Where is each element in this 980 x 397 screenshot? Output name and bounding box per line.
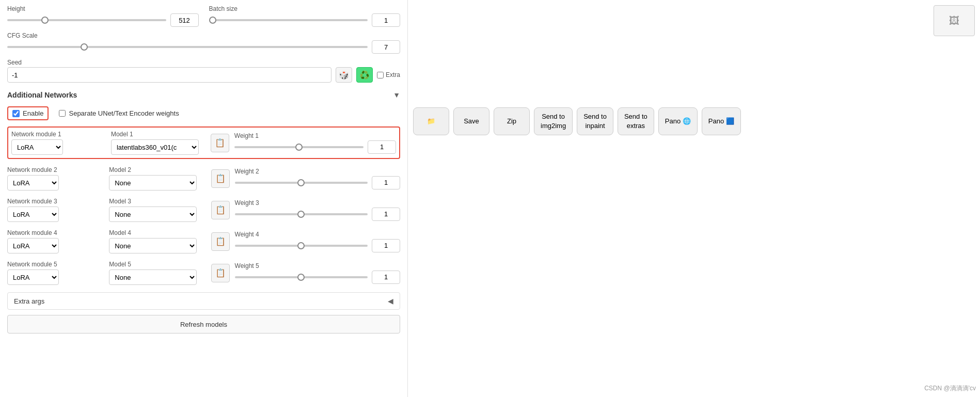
model-5-select[interactable]: None [109, 269, 197, 285]
height-input[interactable] [170, 13, 199, 27]
additional-networks-header: Additional Networks ▼ [7, 89, 400, 101]
action-buttons-row: 📁 Save Zip Send to img2img Send to inpai… [413, 107, 741, 135]
cfg-scale-slider[interactable] [7, 46, 368, 48]
module-3-label: Network module 3 [7, 198, 104, 205]
pano-globe-button[interactable]: Pano 🌐 [658, 107, 698, 135]
weight-2-input[interactable] [372, 176, 400, 189]
weight-4-label: Weight 4 [235, 231, 400, 238]
seed-dice-button[interactable]: 🎲 [336, 67, 352, 83]
module-2-group: Network module 2 LoRA [7, 166, 104, 190]
weight-3-slider[interactable] [235, 213, 368, 215]
network-module-5: Network module 5 LoRA Model 5 None 📋 Wei… [7, 261, 400, 285]
model-1-label: Model 1 [111, 131, 206, 138]
weight-5-label: Weight 5 [235, 262, 400, 269]
extra-args-arrow[interactable]: ◀ [388, 297, 393, 305]
module-5-select[interactable]: LoRA [7, 269, 59, 285]
network-module-2-selects: Network module 2 LoRA Model 2 None [7, 166, 206, 190]
height-slider-group: Height [7, 5, 199, 27]
cfg-scale-input[interactable] [372, 40, 400, 54]
module-5-info-button[interactable]: 📋 [211, 264, 230, 282]
weight-1-label: Weight 1 [234, 132, 396, 139]
separate-checkbox[interactable] [59, 110, 66, 117]
weight-4-slider[interactable] [235, 245, 368, 247]
weight-1-slider[interactable] [234, 146, 363, 148]
seed-recycle-button[interactable]: ♻️ [356, 67, 373, 83]
model-2-group: Model 2 None [109, 166, 206, 190]
pano-square-button[interactable]: Pano 🟦 [702, 107, 741, 135]
zip-button[interactable]: Zip [494, 107, 530, 135]
weight-2-row [235, 176, 400, 189]
network-module-3-row: Network module 3 LoRA Model 3 None 📋 Wei… [7, 198, 400, 222]
module-4-select[interactable]: LoRA [7, 238, 59, 253]
network-module-1-selects: Network module 1 LoRA Model 1 latentlabs… [11, 131, 206, 155]
height-slider-container [7, 13, 199, 27]
weight-1-input[interactable] [368, 140, 396, 154]
weight-5-input[interactable] [372, 271, 400, 284]
height-slider[interactable] [7, 19, 166, 21]
batch-size-input[interactable] [372, 13, 400, 27]
module-4-info-button[interactable]: 📋 [211, 232, 230, 251]
model-5-label: Model 5 [109, 261, 206, 268]
network-module-1-row: Network module 1 LoRA Model 1 latentlabs… [11, 131, 396, 155]
model-4-select[interactable]: None [109, 238, 197, 253]
extra-checkbox-label: Extra [377, 71, 400, 78]
extra-checkbox[interactable] [377, 72, 384, 78]
network-module-2: Network module 2 LoRA Model 2 None 📋 Wei… [7, 166, 400, 190]
save-button[interactable]: Save [453, 107, 489, 135]
left-panel: Height Batch size CFG Scale [0, 0, 408, 397]
cfg-scale-label: CFG Scale [7, 32, 400, 39]
network-module-4-row: Network module 4 LoRA Model 4 None 📋 Wei… [7, 229, 400, 253]
module-1-info-button[interactable]: 📋 [211, 134, 229, 152]
enable-checkbox[interactable] [12, 110, 20, 117]
network-module-2-row: Network module 2 LoRA Model 2 None 📋 Wei… [7, 166, 400, 190]
right-panel: 🖼 📁 Save Zip Send to img2img Send to inp… [408, 0, 980, 397]
batch-size-slider-container [209, 13, 401, 27]
additional-networks-arrow[interactable]: ▼ [393, 91, 400, 99]
module-3-select[interactable]: LoRA [7, 207, 59, 222]
module-4-group: Network module 4 LoRA [7, 229, 104, 253]
weight-1-row [234, 140, 396, 154]
dual-slider-height-batch: Height Batch size [7, 5, 400, 27]
cfg-scale-group: CFG Scale [7, 32, 400, 54]
weight-3-label: Weight 3 [235, 199, 400, 207]
seed-input[interactable] [7, 67, 331, 83]
module-2-select[interactable]: LoRA [7, 175, 59, 190]
model-1-select[interactable]: latentlabs360_v01(c [111, 139, 199, 155]
weight-1-section: Weight 1 [234, 132, 396, 154]
weight-2-slider[interactable] [235, 182, 368, 184]
weight-3-input[interactable] [372, 208, 400, 221]
batch-size-slider[interactable] [209, 19, 368, 21]
weight-3-row [235, 208, 400, 221]
batch-size-group: Batch size [209, 5, 401, 27]
network-module-3-selects: Network module 3 LoRA Model 3 None [7, 198, 206, 222]
module-3-info-button[interactable]: 📋 [211, 201, 230, 219]
refresh-models-button[interactable]: Refresh models [7, 315, 400, 334]
send-extras-button[interactable]: Send to extras [618, 107, 654, 135]
weight-4-input[interactable] [372, 239, 400, 252]
send-inpaint-button[interactable]: Send to inpaint [577, 107, 613, 135]
model-2-select[interactable]: None [109, 175, 197, 190]
model-1-group: Model 1 latentlabs360_v01(c [111, 131, 206, 155]
module-2-info-button[interactable]: 📋 [211, 169, 230, 188]
module-1-select[interactable]: LoRA [11, 139, 63, 155]
image-placeholder: 🖼 [934, 5, 975, 36]
weight-2-section: Weight 2 [235, 168, 400, 189]
weight-4-row [235, 239, 400, 252]
enable-text: Enable [23, 109, 43, 117]
weight-3-section: Weight 3 [235, 199, 400, 221]
image-icon-area: 🖼 [934, 5, 975, 41]
model-3-select[interactable]: None [109, 207, 197, 222]
folder-button[interactable]: 📁 [413, 107, 449, 135]
model-5-group: Model 5 None [109, 261, 206, 285]
send-img2img-button[interactable]: Send to img2img [534, 107, 573, 135]
weight-5-section: Weight 5 [235, 262, 400, 284]
model-2-label: Model 2 [109, 166, 206, 173]
enable-row: Enable Separate UNet/Text Encoder weight… [7, 106, 400, 120]
enable-checkbox-label[interactable]: Enable [7, 106, 49, 120]
extra-args-section: Extra args ◀ [7, 292, 400, 310]
weight-5-slider[interactable] [235, 276, 368, 278]
module-5-label: Network module 5 [7, 261, 104, 268]
batch-size-label: Batch size [209, 5, 401, 12]
weight-2-label: Weight 2 [235, 168, 400, 175]
extra-text: Extra [386, 71, 400, 78]
